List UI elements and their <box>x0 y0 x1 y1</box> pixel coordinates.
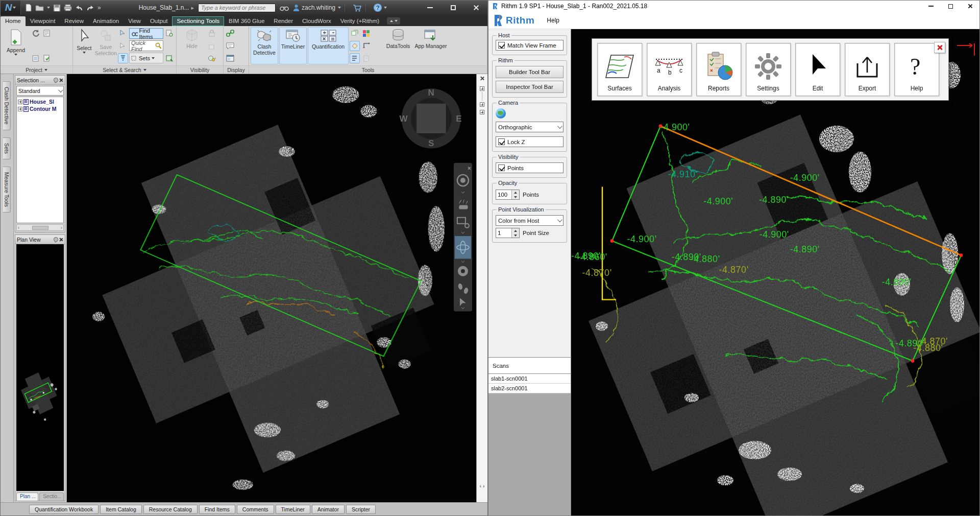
expand-icon[interactable] <box>480 110 484 114</box>
store-cart-icon[interactable] <box>353 4 362 12</box>
checkbox-checked-icon[interactable] <box>498 165 505 171</box>
appearance-profiler-icon[interactable] <box>350 41 360 51</box>
tab-output[interactable]: Output <box>145 16 173 26</box>
scan-row-slab1[interactable]: slab1-scn0001 <box>488 374 571 384</box>
maximize-button[interactable] <box>941 1 960 12</box>
selection-inspector-icon[interactable] <box>118 53 128 63</box>
horizontal-scrollbar[interactable]: ‹ › <box>16 224 64 231</box>
compare-icon[interactable] <box>350 28 360 38</box>
checkbox-checked-icon[interactable] <box>498 138 505 145</box>
tab-resource-catalog[interactable]: Resource Catalog <box>143 505 198 514</box>
minimize-button[interactable] <box>921 1 941 12</box>
expand-icon[interactable] <box>480 86 484 91</box>
scan-row-slab2[interactable]: slab2-scn0001 <box>488 384 571 393</box>
scrollbar-thumb[interactable] <box>32 226 48 230</box>
sidetab-clash-detective[interactable]: Clash Detective <box>3 81 11 130</box>
pin-icon[interactable] <box>53 236 59 243</box>
app-menu-button[interactable]: N <box>1 1 21 15</box>
lock-z-checkbox[interactable]: Lock Z <box>496 136 564 147</box>
menu-help[interactable]: Help <box>547 17 559 24</box>
checkbox-checked-icon[interactable] <box>498 42 505 49</box>
help-dropdown-icon[interactable] <box>384 7 387 9</box>
close-icon[interactable] <box>59 238 63 242</box>
sidetab-measure-tools[interactable]: Measure Tools <box>3 167 11 213</box>
tab-cloudworx[interactable]: CloudWorx <box>298 16 336 26</box>
tab-animation[interactable]: Animation <box>88 16 124 26</box>
analysis-button[interactable]: a b c Analysis <box>647 43 692 96</box>
undo-icon[interactable] <box>75 5 83 11</box>
tool-panel-close-button[interactable] <box>934 42 945 53</box>
scripts-icon[interactable] <box>361 53 371 63</box>
comment-icon[interactable] <box>225 41 235 51</box>
help-button[interactable]: ? Help <box>894 43 939 96</box>
tab-find-items[interactable]: Find Items <box>199 505 235 514</box>
projection-dropdown[interactable]: Orthographic <box>496 122 564 132</box>
reports-button[interactable]: Reports <box>696 43 741 96</box>
scroll-right-icon[interactable]: › <box>61 225 62 230</box>
points-checkbox[interactable]: Points <box>496 162 564 173</box>
find-items-button[interactable]: Find Items <box>129 28 163 39</box>
help-icon[interactable]: ? <box>374 4 382 12</box>
tab-scripter[interactable]: Scripter <box>346 505 376 514</box>
inspector-tool-bar-button[interactable]: Inspector Tool Bar <box>496 81 564 93</box>
selection-tree[interactable]: House_Sl Contour M <box>16 97 64 223</box>
expand-icon[interactable] <box>480 102 484 107</box>
group-label-select-search[interactable]: Select & Search <box>73 66 177 74</box>
tab-viewpoint[interactable]: Viewpoint <box>26 16 60 26</box>
append-button[interactable]: Append <box>2 27 30 64</box>
refresh-icon[interactable] <box>31 28 41 38</box>
tab-animator[interactable]: Animator <box>312 505 345 514</box>
quick-find-box[interactable]: Quick Find <box>129 40 163 51</box>
tab-home[interactable]: Home <box>1 16 26 26</box>
user-icon[interactable] <box>293 4 300 11</box>
sets-dropdown[interactable]: Sets <box>129 53 163 63</box>
tab-render[interactable]: Render <box>269 16 298 26</box>
print-icon[interactable] <box>64 4 72 11</box>
group-label-project[interactable]: Project <box>1 66 73 74</box>
tab-review[interactable]: Review <box>60 16 88 26</box>
timeliner-button[interactable]: TimeLiner <box>279 27 307 64</box>
sidetab-sets[interactable]: Sets <box>3 137 11 159</box>
tab-item-catalog[interactable]: Item Catalog <box>100 505 142 514</box>
match-view-frame-checkbox[interactable]: Match View Frame <box>496 40 564 51</box>
save-selection-button[interactable]: Save Selection <box>95 27 117 64</box>
properties-window-icon[interactable] <box>225 53 235 63</box>
select-same-icon[interactable] <box>118 41 128 51</box>
save-icon[interactable] <box>53 4 61 12</box>
app-manager-button[interactable]: App Manager <box>413 27 449 64</box>
tab-plan[interactable]: Plan ... <box>16 492 38 501</box>
select-button[interactable]: Select <box>75 27 94 64</box>
scroll-left-icon[interactable]: ‹ <box>18 225 19 230</box>
tab-bim-360-glue[interactable]: BIM 360 Glue <box>224 16 269 26</box>
tab-section[interactable]: Sectio... <box>39 492 64 501</box>
viewport-scroll-arrows[interactable]: ‹› <box>480 483 485 489</box>
navisworks-3d-viewport[interactable]: . <box>67 74 476 502</box>
new-document-icon[interactable] <box>25 4 32 12</box>
signed-in-user[interactable]: zach.whiting <box>302 4 335 11</box>
find-set-icon[interactable] <box>164 53 175 63</box>
settings-button[interactable]: Settings <box>746 43 791 96</box>
close-button[interactable] <box>960 1 979 12</box>
transform-icon[interactable] <box>361 41 371 51</box>
colors-icon[interactable] <box>361 28 371 38</box>
color-mode-dropdown[interactable]: Color from Host <box>496 215 564 226</box>
expand-icon[interactable] <box>18 100 22 104</box>
close-icon[interactable] <box>480 76 484 81</box>
hide-button[interactable]: Hide <box>178 27 206 64</box>
redo-icon[interactable] <box>86 5 94 11</box>
open-dropdown-icon[interactable] <box>47 7 50 9</box>
collapsed-panel-strip[interactable]: ‹› <box>476 74 487 502</box>
navigation-bar[interactable] <box>454 163 472 312</box>
tree-item-house-slab[interactable]: House_Sl <box>18 99 62 105</box>
binoculars-icon[interactable] <box>280 5 289 11</box>
clash-detective-button[interactable]: Clash Detective <box>251 27 278 64</box>
close-button[interactable] <box>464 1 487 14</box>
tab-view[interactable]: View <box>124 16 145 26</box>
minimize-button[interactable] <box>419 1 442 14</box>
export-button[interactable]: Export <box>845 43 890 96</box>
find-doc-icon[interactable] <box>164 28 175 38</box>
unhide-all-icon[interactable] <box>207 53 217 63</box>
globe-icon[interactable] <box>496 108 506 119</box>
tree-item-contour[interactable]: Contour M <box>18 106 62 112</box>
expand-icon[interactable] <box>18 107 22 111</box>
